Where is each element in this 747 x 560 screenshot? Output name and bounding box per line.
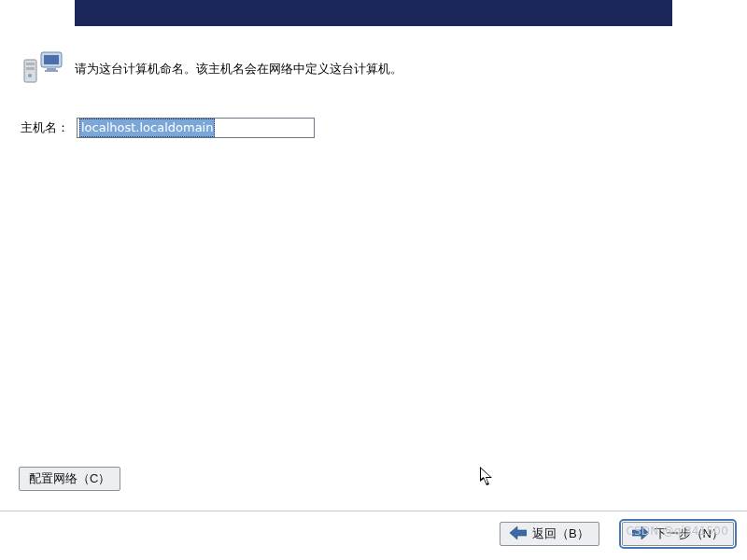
svg-point-7 <box>28 74 32 77</box>
svg-marker-9 <box>481 469 490 483</box>
computers-icon <box>21 50 65 88</box>
back-label: 返回（B） <box>532 525 589 542</box>
hostname-row: 主机名： localhost.localdomain <box>21 118 726 138</box>
svg-rect-1 <box>44 55 59 64</box>
header-banner <box>75 0 672 26</box>
mouse-cursor-icon <box>480 467 497 487</box>
hostname-label: 主机名： <box>21 119 69 136</box>
hostname-input[interactable]: localhost.localdomain <box>77 118 315 138</box>
svg-marker-10 <box>510 526 527 539</box>
hint-row: 请为这台计算机命名。该主机名会在网络中定义这台计算机。 <box>21 50 726 88</box>
footer-divider <box>0 511 747 511</box>
svg-rect-2 <box>47 68 56 70</box>
hostname-input-value: localhost.localdomain <box>79 119 215 137</box>
svg-rect-6 <box>26 67 35 70</box>
configure-network-label: 配置网络（C） <box>29 470 110 487</box>
main-content: 请为这台计算机命名。该主机名会在网络中定义这台计算机。 主机名： localho… <box>21 50 726 138</box>
arrow-left-icon <box>510 526 527 542</box>
hint-text: 请为这台计算机命名。该主机名会在网络中定义这台计算机。 <box>75 61 402 77</box>
configure-network-button[interactable]: 配置网络（C） <box>19 467 120 491</box>
back-button[interactable]: 返回（B） <box>500 522 599 546</box>
watermark-text: CSDN @qi341500 <box>626 525 728 538</box>
svg-rect-5 <box>26 63 35 65</box>
svg-rect-3 <box>45 70 58 72</box>
